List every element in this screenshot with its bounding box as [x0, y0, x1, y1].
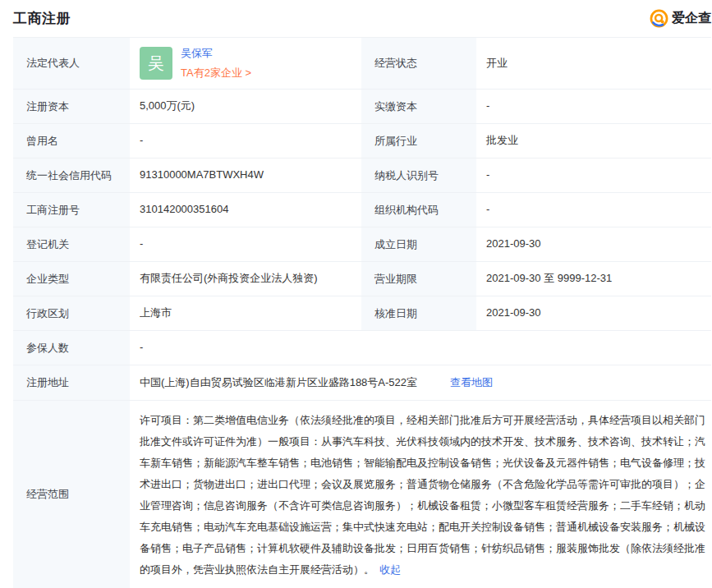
label-legal-representative: 法定代表人 — [13, 38, 130, 89]
aiqicha-brand[interactable]: 爱企查 — [650, 9, 711, 28]
avatar[interactable]: 吴 — [140, 47, 172, 80]
value-business-term: 2021-09-30 至 9999-12-31 — [476, 262, 711, 296]
label-registration-number: 工商注册号 — [13, 193, 130, 227]
table-row: 注册地址 中国(上海)自由贸易试验区临港新片区业盛路188号A-522室 查看地… — [13, 365, 711, 401]
registration-info-table: 法定代表人 吴 吴保军 TA有2家企业 > 经营状态 开业 注册资本 5,000… — [13, 37, 711, 588]
table-row: 经营范围 许可项目：第二类增值电信业务（依法须经批准的项目，经相关部门批准后方可… — [13, 401, 711, 588]
table-row: 曾用名 - 所属行业 批发业 — [13, 124, 711, 158]
label-business-term: 营业期限 — [361, 262, 476, 296]
label-taxpayer-id: 纳税人识别号 — [361, 158, 476, 192]
value-establishment-date: 2021-09-30 — [476, 227, 711, 261]
label-business-scope: 经营范围 — [13, 401, 130, 588]
label-establishment-date: 成立日期 — [361, 227, 476, 261]
label-administrative-division: 行政区划 — [13, 296, 130, 330]
brand-name: 爱企查 — [672, 10, 711, 27]
table-row: 工商注册号 310142000351604 组织机构代码 - — [13, 193, 711, 227]
value-insured-persons: - — [130, 331, 711, 365]
label-credit-code: 统一社会信用代码 — [13, 158, 130, 192]
rep-companies-link[interactable]: TA有2家企业 > — [181, 66, 251, 80]
value-organization-code: - — [476, 193, 711, 227]
label-organization-code: 组织机构代码 — [361, 193, 476, 227]
registered-address-cell: 中国(上海)自由贸易试验区临港新片区业盛路188号A-522室 查看地图 — [130, 365, 711, 400]
label-registered-address: 注册地址 — [13, 365, 130, 400]
value-credit-code: 91310000MA7BTWXH4W — [130, 158, 361, 192]
business-scope-cell: 许可项目：第二类增值电信业务（依法须经批准的项目，经相关部门批准后方可开展经营活… — [130, 401, 711, 588]
label-registration-authority: 登记机关 — [13, 227, 130, 261]
label-registered-capital: 注册资本 — [13, 90, 130, 123]
value-operating-status: 开业 — [476, 38, 711, 89]
value-former-name: - — [130, 124, 361, 158]
value-registration-authority: - — [130, 227, 361, 261]
legal-representative-cell: 吴 吴保军 TA有2家企业 > — [130, 38, 361, 89]
label-approval-date: 核准日期 — [361, 296, 476, 330]
value-registered-address: 中国(上海)自由贸易试验区临港新片区业盛路188号A-522室 — [140, 375, 417, 390]
table-row: 统一社会信用代码 91310000MA7BTWXH4W 纳税人识别号 - — [13, 158, 711, 193]
page-title: 工商注册 — [13, 9, 71, 28]
label-industry: 所属行业 — [361, 124, 476, 158]
value-enterprise-type: 有限责任公司(外商投资企业法人独资) — [130, 262, 361, 296]
rep-meta: 吴保军 TA有2家企业 > — [181, 46, 251, 80]
section-header: 工商注册 爱企查 — [0, 0, 712, 37]
value-registration-number: 310142000351604 — [130, 193, 361, 227]
label-operating-status: 经营状态 — [361, 38, 476, 89]
view-map-link[interactable]: 查看地图 — [450, 375, 493, 390]
table-row: 企业类型 有限责任公司(外商投资企业法人独资) 营业期限 2021-09-30 … — [13, 262, 711, 296]
table-row: 行政区划 上海市 核准日期 2021-09-30 — [13, 296, 711, 331]
value-approval-date: 2021-09-30 — [476, 296, 711, 330]
label-enterprise-type: 企业类型 — [13, 262, 130, 296]
value-business-scope: 许可项目：第二类增值电信业务（依法须经批准的项目，经相关部门批准后方可开展经营活… — [140, 414, 705, 576]
value-registered-capital: 5,000万(元) — [130, 90, 361, 123]
table-row: 法定代表人 吴 吴保军 TA有2家企业 > 经营状态 开业 — [13, 38, 711, 90]
label-former-name: 曾用名 — [13, 124, 130, 158]
value-industry: 批发业 — [476, 124, 711, 158]
collapse-link[interactable]: 收起 — [379, 563, 401, 576]
value-administrative-division: 上海市 — [130, 296, 361, 330]
table-row: 登记机关 - 成立日期 2021-09-30 — [13, 227, 711, 262]
legal-representative-name-link[interactable]: 吴保军 — [181, 46, 251, 61]
table-row: 注册资本 5,000万(元) 实缴资本 - — [13, 90, 711, 124]
aiqicha-logo-icon — [650, 9, 668, 28]
label-paid-in-capital: 实缴资本 — [361, 90, 476, 123]
table-row: 参保人数 - — [13, 331, 711, 365]
value-paid-in-capital: - — [476, 90, 711, 123]
value-taxpayer-id: - — [476, 158, 711, 192]
label-insured-persons: 参保人数 — [13, 331, 130, 365]
